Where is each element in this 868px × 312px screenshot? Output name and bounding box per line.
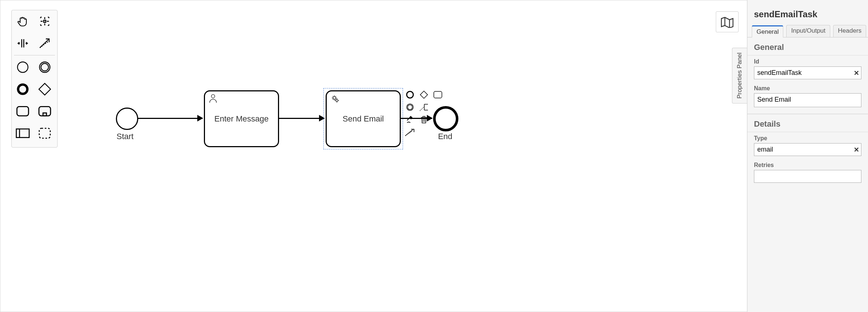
- canvas[interactable]: Start Enter Message Send Email: [0, 0, 868, 312]
- append-task[interactable]: [432, 89, 444, 100]
- hand-tool[interactable]: [12, 10, 34, 32]
- name-label: Name: [754, 85, 861, 92]
- section-details-header: Details: [747, 114, 868, 132]
- task2-label: Send Email: [343, 114, 384, 124]
- svg-point-16: [408, 105, 413, 110]
- lasso-tool[interactable]: [34, 10, 56, 32]
- create-intermediate-event[interactable]: [34, 56, 56, 78]
- start-event[interactable]: [116, 108, 138, 130]
- palette-separator: [14, 55, 55, 55]
- field-id: Id ✕: [747, 55, 868, 82]
- append-intermediate-event[interactable]: [404, 102, 416, 113]
- append-gateway[interactable]: [418, 89, 430, 100]
- start-event-label: Start: [107, 132, 143, 141]
- svg-rect-8: [16, 129, 29, 137]
- task1-label: Enter Message: [215, 114, 269, 124]
- field-type: Type ✕: [747, 132, 868, 159]
- context-pad: [404, 89, 462, 139]
- create-group[interactable]: [34, 122, 56, 144]
- tab-headers[interactable]: Headers: [833, 25, 866, 37]
- task-send-email[interactable]: Send Email: [326, 90, 401, 147]
- svg-point-10: [211, 95, 215, 98]
- svg-rect-5: [17, 106, 29, 116]
- create-participant[interactable]: [12, 122, 34, 144]
- tab-general[interactable]: General: [752, 25, 783, 37]
- tab-input-output[interactable]: Input/Output: [786, 25, 830, 37]
- global-connect-tool[interactable]: [34, 32, 56, 54]
- section-general-header: General: [747, 37, 868, 55]
- svg-point-12: [336, 99, 338, 102]
- svg-rect-6: [39, 106, 51, 116]
- properties-panel-toggle-label: Properties Panel: [736, 52, 743, 99]
- append-end-event[interactable]: [404, 89, 416, 100]
- user-task-icon: [208, 94, 218, 105]
- sequence-flow-2[interactable]: [279, 118, 324, 119]
- svg-rect-14: [434, 91, 442, 98]
- svg-rect-0: [44, 20, 46, 22]
- create-start-event[interactable]: [12, 56, 34, 78]
- create-gateway[interactable]: [34, 78, 56, 100]
- name-input[interactable]: [754, 93, 861, 107]
- task-enter-message[interactable]: Enter Message: [204, 90, 279, 147]
- sequence-flow-1[interactable]: [137, 118, 202, 119]
- svg-point-1: [18, 62, 28, 73]
- bpmn-modeler: Start Enter Message Send Email: [0, 0, 868, 312]
- service-task-icon: [330, 94, 341, 106]
- change-type[interactable]: [404, 114, 416, 125]
- retries-label: Retries: [754, 162, 861, 168]
- properties-tabs: General Input/Output Headers: [747, 25, 868, 37]
- retries-input[interactable]: [754, 170, 861, 183]
- create-end-event[interactable]: [12, 78, 34, 100]
- field-name: Name: [747, 82, 868, 112]
- id-clear-icon[interactable]: ✕: [854, 69, 859, 77]
- id-label: Id: [754, 58, 861, 65]
- properties-panel: sendEmailTask General Input/Output Heade…: [747, 0, 868, 312]
- svg-point-3: [41, 64, 49, 71]
- minimap-toggle[interactable]: [716, 11, 739, 32]
- svg-point-4: [18, 84, 27, 94]
- space-tool[interactable]: [12, 32, 34, 54]
- process-diagram: Start Enter Message Send Email: [74, 55, 587, 202]
- connect-tool[interactable]: [404, 127, 416, 138]
- delete-element-icon[interactable]: [418, 114, 430, 125]
- field-retries: Retries: [747, 159, 868, 186]
- type-clear-icon[interactable]: ✕: [854, 146, 859, 154]
- svg-rect-9: [39, 128, 50, 138]
- svg-rect-7: [43, 113, 47, 116]
- properties-panel-toggle[interactable]: Properties Panel: [732, 48, 747, 104]
- id-input[interactable]: [754, 66, 861, 79]
- append-annotation[interactable]: [418, 102, 430, 113]
- create-task[interactable]: [12, 100, 34, 122]
- svg-point-13: [407, 91, 413, 98]
- type-label: Type: [754, 135, 861, 142]
- create-expanded-subprocess[interactable]: [34, 100, 56, 122]
- properties-title: sendEmailTask: [747, 0, 868, 25]
- palette: [11, 10, 58, 148]
- type-input[interactable]: [754, 143, 861, 156]
